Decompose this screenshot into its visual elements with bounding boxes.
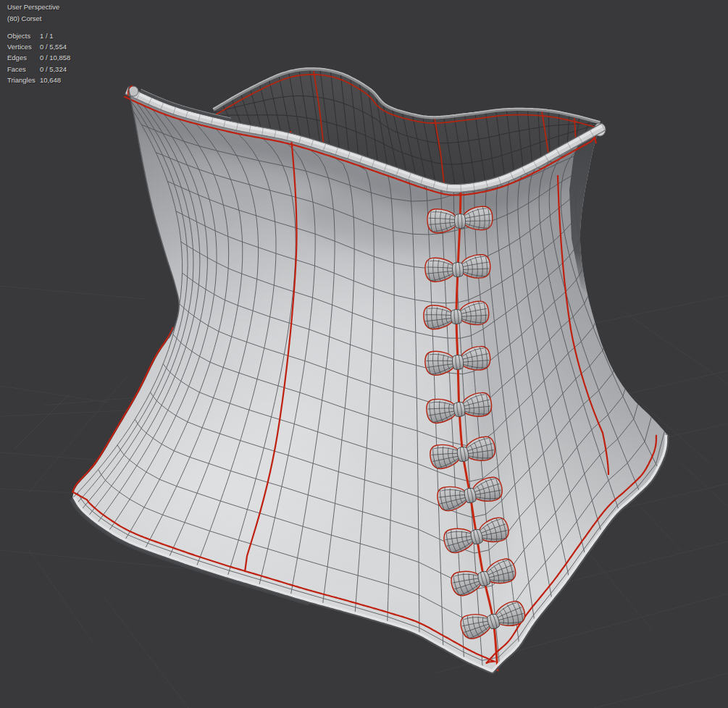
svg-text:User Perspective: User Perspective (7, 3, 59, 11)
svg-text:Objects: Objects (7, 32, 30, 40)
svg-text:0 / 10,858: 0 / 10,858 (40, 54, 70, 62)
svg-text:Faces: Faces (7, 65, 26, 73)
svg-text:1 / 1: 1 / 1 (40, 32, 54, 40)
svg-text:0 / 5,324: 0 / 5,324 (40, 65, 67, 73)
svg-text:10,648: 10,648 (40, 76, 61, 84)
svg-text:0 / 5,554: 0 / 5,554 (40, 43, 67, 51)
svg-text:Vertices: Vertices (7, 43, 32, 51)
svg-text:(80) Corset: (80) Corset (7, 14, 42, 22)
svg-text:Edges: Edges (7, 54, 27, 62)
svg-text:Triangles: Triangles (7, 76, 35, 84)
